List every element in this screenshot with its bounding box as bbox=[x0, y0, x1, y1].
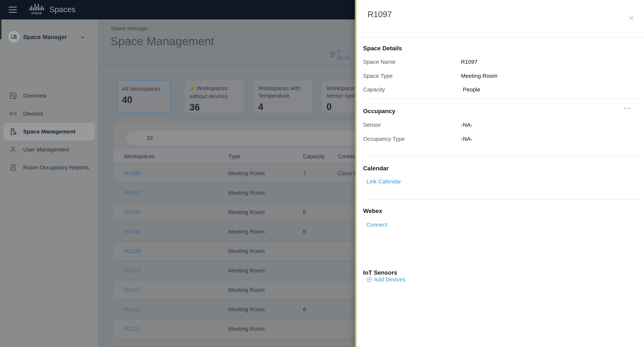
workspace-link[interactable]: R1080 bbox=[124, 164, 140, 183]
sidebar-item-devices[interactable]: Devices bbox=[3, 105, 95, 123]
hamburger-menu-icon[interactable] bbox=[8, 7, 17, 13]
cisco-logo-icon: cisco bbox=[28, 3, 45, 15]
workspace-link[interactable]: R1013 bbox=[124, 261, 140, 280]
webex-connect-link[interactable]: Connect bbox=[366, 222, 387, 228]
card-all-workspaces[interactable]: All Workspaces 40 bbox=[117, 80, 171, 113]
workspace-link[interactable]: R1094 bbox=[124, 203, 140, 222]
sidebar-divider bbox=[4, 79, 94, 79]
add-devices-button[interactable]: Add Devices bbox=[366, 276, 405, 283]
workspace-link[interactable]: R1101 bbox=[124, 319, 140, 338]
workspace-link[interactable]: R1028 bbox=[124, 242, 140, 261]
section-heading-calendar: Calendar bbox=[363, 165, 389, 172]
capacity-cell: 7 bbox=[303, 164, 306, 183]
card-label: Temperature bbox=[258, 93, 290, 99]
space-detail-drawer: R1097 Space Details Space Name R1097 Spa… bbox=[355, 0, 644, 347]
sidebar-item-label: Room Occupancy Reports bbox=[23, 164, 89, 171]
type-cell: Meeting Room bbox=[228, 280, 265, 299]
field-label: Space Name bbox=[363, 59, 396, 65]
field-label: Space Type bbox=[363, 73, 392, 79]
type-cell: Meeting Room bbox=[228, 261, 265, 280]
capacity-cell: 6 bbox=[303, 222, 306, 241]
more-options-icon[interactable]: ... bbox=[624, 104, 631, 108]
capacity-cell: 6 bbox=[303, 203, 306, 222]
workspace-link[interactable]: R1036 bbox=[124, 222, 140, 241]
cisco-wordmark: cisco bbox=[28, 11, 45, 15]
cisco-spaces-app: cisco Spaces Space Manager bbox=[0, 0, 644, 347]
summary-cards: All Workspaces 40 Workspaces without dev… bbox=[98, 80, 355, 113]
card-label: without devices bbox=[190, 93, 228, 99]
drawer-header-divider bbox=[355, 37, 644, 38]
product-name: Spaces bbox=[49, 5, 76, 14]
warning-icon bbox=[190, 85, 195, 93]
table-row[interactable]: R1036 Meeting Room 6 bbox=[114, 222, 381, 242]
sidebar-item-space-management[interactable]: Space Management bbox=[3, 123, 95, 141]
section-heading-webex: Webex bbox=[363, 208, 382, 214]
card-value: 40 bbox=[122, 94, 166, 105]
table-row-partial bbox=[114, 339, 381, 347]
table-row[interactable]: R1097 Meeting Room bbox=[114, 183, 381, 203]
app-switcher[interactable]: Space Manager bbox=[0, 31, 98, 44]
main-content: Space Manager Space Management R Block A… bbox=[98, 20, 355, 347]
table-row[interactable]: R1080 Meeting Room 7 Cisco R bbox=[114, 164, 381, 183]
table-row[interactable]: R1013 Meeting Room bbox=[114, 261, 381, 280]
containers-cell: Cisco R bbox=[338, 164, 357, 183]
card-label: Workspaces bbox=[326, 85, 357, 91]
table-row[interactable]: R1028 Meeting Room bbox=[114, 242, 381, 261]
location-label: R Block bbox=[337, 49, 355, 61]
floorplan-icon bbox=[9, 92, 17, 100]
table-body: R1080 Meeting Room 7 Cisco R R1097 Meeti… bbox=[114, 164, 381, 347]
content-divider bbox=[98, 64, 355, 65]
workspace-link[interactable]: R1017 bbox=[124, 280, 140, 299]
add-devices-label: Add Devices bbox=[374, 276, 405, 283]
card-label: sensor types bbox=[326, 93, 358, 99]
column-header-capacity: Capacity bbox=[303, 149, 325, 164]
divider bbox=[363, 99, 641, 99]
column-header-type: Type bbox=[228, 149, 240, 164]
sidebar-nav: Overview Devices Space Manage bbox=[0, 87, 98, 176]
building-gear-icon bbox=[9, 128, 17, 136]
workspace-link[interactable]: R1097 bbox=[124, 183, 140, 202]
type-cell: Meeting Room bbox=[228, 242, 265, 261]
workspace-link[interactable]: R1021 bbox=[124, 300, 140, 319]
field-label: Sensor bbox=[363, 122, 381, 128]
divider bbox=[363, 199, 641, 200]
sidebar-item-room-occupancy-reports[interactable]: Room Occupancy Reports bbox=[3, 159, 95, 176]
field-value: -NA- bbox=[461, 122, 472, 128]
sidebar-item-label: Space Management bbox=[23, 128, 76, 135]
type-cell: Meeting Room bbox=[228, 203, 265, 222]
table-row[interactable]: R1021 Meeting Room 6 bbox=[114, 300, 381, 319]
table-row[interactable]: R1094 Meeting Room 6 bbox=[114, 203, 381, 222]
breadcrumb[interactable]: Space Manager bbox=[111, 26, 148, 32]
capacity-cell: 6 bbox=[303, 300, 306, 319]
field-label: Capacity bbox=[363, 86, 385, 93]
location-pin-icon bbox=[330, 51, 335, 58]
workspace-search-input[interactable] bbox=[126, 131, 376, 145]
workspace-table: Workspaces Type Capacity Containers R108… bbox=[114, 122, 381, 347]
card-value: 36 bbox=[190, 102, 239, 113]
field-label: Occupancy Type bbox=[363, 136, 405, 142]
plus-circle-icon bbox=[366, 277, 372, 282]
signal-icon bbox=[9, 110, 17, 118]
location-selector[interactable]: R Block bbox=[330, 49, 355, 61]
brand-logo[interactable]: cisco Spaces bbox=[28, 3, 76, 15]
table-row[interactable]: R1101 Meeting Room bbox=[114, 319, 381, 339]
chevron-down-icon[interactable] bbox=[80, 35, 85, 41]
sidebar-item-label: Overview bbox=[23, 93, 46, 99]
card-label: Workspaces with bbox=[258, 85, 300, 91]
column-header-workspaces: Workspaces bbox=[124, 149, 155, 164]
close-icon[interactable] bbox=[628, 15, 635, 21]
card-workspaces-without-devices[interactable]: Workspaces without devices 36 bbox=[185, 80, 244, 113]
card-label: Workspaces bbox=[196, 85, 227, 91]
field-value: People bbox=[463, 86, 480, 93]
section-heading-space-details: Space Details bbox=[363, 45, 402, 52]
sidebar-item-user-management[interactable]: User Management bbox=[3, 141, 95, 159]
drawer-title: R1097 bbox=[368, 10, 392, 19]
card-workspaces-with-temperature[interactable]: Workspaces with Temperature 4 bbox=[254, 80, 312, 113]
type-cell: Meeting Room bbox=[228, 300, 265, 319]
app-switcher-label: Space Manager bbox=[23, 34, 67, 41]
sidebar-item-overview[interactable]: Overview bbox=[3, 87, 95, 105]
divider bbox=[363, 256, 641, 256]
table-row[interactable]: R1017 Meeting Room bbox=[114, 280, 381, 300]
section-heading-iot-sensors: IoT Sensors bbox=[363, 269, 397, 276]
link-calendar-link[interactable]: Link Calendar bbox=[366, 178, 401, 185]
